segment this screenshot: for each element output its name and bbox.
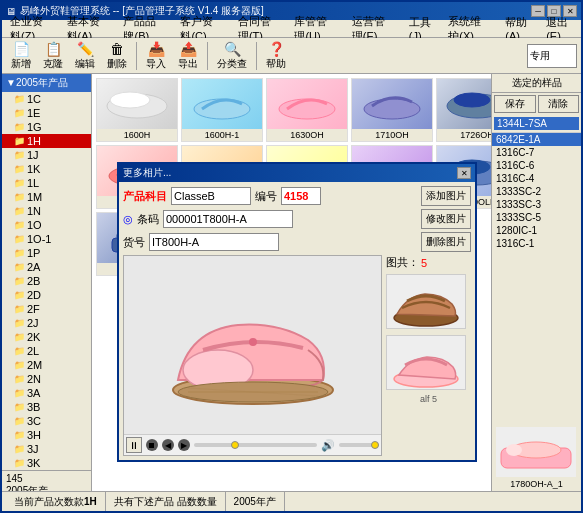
help-button[interactable]: ❓ 帮助 xyxy=(261,38,291,74)
volume-slider[interactable] xyxy=(339,443,379,447)
category-area: 专用 xyxy=(527,44,577,68)
sidebar: ▼2005年产品 📁1C 📁1E 📁1G 📁1H 📁1J 📁1K 📁1L 📁1M… xyxy=(2,74,92,491)
sidebar-item-2j[interactable]: 📁2J xyxy=(2,316,91,330)
right-list-item-1316c4[interactable]: 1316C-4 xyxy=(492,172,581,185)
sidebar-item-1o1[interactable]: 📁1O-1 xyxy=(2,232,91,246)
right-small-image xyxy=(496,427,576,477)
product-1710oh[interactable]: 1710OH xyxy=(351,78,433,142)
volume-handle[interactable] xyxy=(371,441,379,449)
product-1726oh[interactable]: 1726OH xyxy=(436,78,491,142)
import-icon: 📥 xyxy=(146,41,166,57)
sidebar-item-3h[interactable]: 📁3H xyxy=(2,428,91,442)
right-list-item-1333sc2[interactable]: 1333SC-2 xyxy=(492,185,581,198)
export-icon: 📤 xyxy=(178,41,198,57)
product-1600h1[interactable]: 1600H-1 xyxy=(181,78,263,142)
sidebar-item-3j[interactable]: 📁3J xyxy=(2,442,91,456)
toolbar-separator2 xyxy=(207,42,208,70)
next-button[interactable]: ▶ xyxy=(178,439,190,451)
edit-button[interactable]: ✏️ 编辑 xyxy=(70,38,100,74)
stop-button[interactable]: ⏹ xyxy=(146,439,158,451)
sidebar-item-1n[interactable]: 📁1N xyxy=(2,204,91,218)
sidebar-header: ▼2005年产品 xyxy=(2,74,91,92)
right-list-item-1316c7[interactable]: 1316C-7 xyxy=(492,146,581,159)
sidebar-item-2k[interactable]: 📁2K xyxy=(2,330,91,344)
sidebar-item-2n[interactable]: 📁2N xyxy=(2,372,91,386)
right-small-image-label: 1780OH-A_1 xyxy=(494,479,579,489)
sidebar-item-1e[interactable]: 📁1E xyxy=(2,106,91,120)
right-list-header: 1344L-7SA xyxy=(492,115,581,133)
photo-count-area: 图共： 5 xyxy=(386,255,471,270)
sidebar-item-1o[interactable]: 📁1O xyxy=(2,218,91,232)
import-button[interactable]: 📥 导入 xyxy=(141,38,171,74)
right-list-item-1333sc5[interactable]: 1333SC-5 xyxy=(492,211,581,224)
status-item-1: 当前产品次数款 1H xyxy=(6,492,106,511)
modal-more-photos: 更多相片... ✕ 产品科目 ClasseB 编号 4158 添加图片 ◎ 条码… xyxy=(117,162,477,462)
right-panel: 选定的样品 保存 清除 1344L-7SA 6842E-1A 1316C-7 1… xyxy=(491,74,581,491)
filter-button[interactable]: 🔍 分类查 xyxy=(212,38,252,74)
right-panel-buttons: 保存 清除 xyxy=(492,93,581,115)
sidebar-item-2a[interactable]: 📁2A xyxy=(2,260,91,274)
sidebar-item-1p[interactable]: 📁1P xyxy=(2,246,91,260)
photo-count-value: 5 xyxy=(421,257,427,269)
right-panel-list: 6842E-1A 1316C-7 1316C-6 1316C-4 1333SC-… xyxy=(492,133,581,423)
item-label: 货号 xyxy=(123,235,145,250)
delete-button[interactable]: 🗑 删除 xyxy=(102,38,132,74)
class-input[interactable]: ClasseB xyxy=(171,187,251,205)
sidebar-item-2b[interactable]: 📁2B xyxy=(2,274,91,288)
modal-del-buttons: 删除图片 xyxy=(421,232,471,252)
product-1600h[interactable]: 1600H xyxy=(96,78,178,142)
sidebar-item-1k[interactable]: 📁1K xyxy=(2,162,91,176)
modal-row-barcode: ◎ 条码 000001T800H-A 修改图片 xyxy=(123,209,471,229)
menu-bar: 企业资料(Z) 基本资料(A) 产品品牌(B) 客户资料(C) 合同管理(T) … xyxy=(2,20,581,38)
svg-point-20 xyxy=(249,338,257,346)
progress-slider[interactable] xyxy=(194,443,317,447)
sidebar-item-1j[interactable]: 📁1J xyxy=(2,148,91,162)
right-list-item-1280ic1[interactable]: 1280IC-1 xyxy=(492,224,581,237)
progress-handle[interactable] xyxy=(231,441,239,449)
number-input[interactable]: 4158 xyxy=(281,187,321,205)
color-dot: ◎ xyxy=(123,213,133,226)
pause-button[interactable]: ⏸ xyxy=(126,437,142,453)
sidebar-item-1l[interactable]: 📁1L xyxy=(2,176,91,190)
sidebar-item-1h[interactable]: 📁1H xyxy=(2,134,91,148)
modal-row-itemno: 货号 IT800H-A 删除图片 xyxy=(123,232,471,252)
save-sample-button[interactable]: 保存 xyxy=(494,95,536,113)
sidebar-item-3a[interactable]: 📁3A xyxy=(2,386,91,400)
sidebar-item-2f[interactable]: 📁2F xyxy=(2,302,91,316)
add-photo-button[interactable]: 添加图片 xyxy=(421,186,471,206)
modal-content: 产品科目 ClasseB 编号 4158 添加图片 ◎ 条码 000001T80… xyxy=(119,182,475,460)
export-button[interactable]: 📤 导出 xyxy=(173,38,203,74)
main-photo-area: ⏸ ⏹ ◀ ▶ 🔊 xyxy=(123,255,382,456)
clone-button[interactable]: 📋 克隆 xyxy=(38,38,68,74)
product-1630oh[interactable]: 1630OH xyxy=(266,78,348,142)
edit-photo-button[interactable]: 修改图片 xyxy=(421,209,471,229)
sidebar-item-2l[interactable]: 📁2L xyxy=(2,344,91,358)
barcode-input[interactable]: 000001T800H-A xyxy=(163,210,293,228)
category-input[interactable]: 专用 xyxy=(527,44,577,68)
right-list-item-1316c6[interactable]: 1316C-6 xyxy=(492,159,581,172)
sidebar-item-2m[interactable]: 📁2M xyxy=(2,358,91,372)
sidebar-item-1g[interactable]: 📁1G xyxy=(2,120,91,134)
sidebar-item-2d[interactable]: 📁2D xyxy=(2,288,91,302)
delete-photo-button[interactable]: 删除图片 xyxy=(421,232,471,252)
new-button[interactable]: 📄 新增 xyxy=(6,38,36,74)
modal-close-button[interactable]: ✕ xyxy=(457,167,471,179)
modal-img-label: alf 5 xyxy=(386,394,471,404)
status-year: 2005年产 xyxy=(226,492,285,511)
modal-small-photo[interactable] xyxy=(386,274,466,329)
sidebar-item-3k[interactable]: 📁3K xyxy=(2,456,91,470)
right-list-item-1333sc3[interactable]: 1333SC-3 xyxy=(492,198,581,211)
product-label: 产品科目 xyxy=(123,189,167,204)
modal-small-photo2[interactable] xyxy=(386,335,466,390)
sidebar-item-1m[interactable]: 📁1M xyxy=(2,190,91,204)
main-photo-svg xyxy=(158,280,348,410)
sidebar-item-3c[interactable]: 📁3C xyxy=(2,414,91,428)
sidebar-item-3b[interactable]: 📁3B xyxy=(2,400,91,414)
clear-sample-button[interactable]: 清除 xyxy=(538,95,580,113)
right-list-item-1316c1[interactable]: 1316C-1 xyxy=(492,237,581,250)
right-list-item-6842e[interactable]: 6842E-1A xyxy=(492,133,581,146)
modal-edit-buttons: 修改图片 xyxy=(421,209,471,229)
prev-button[interactable]: ◀ xyxy=(162,439,174,451)
item-input[interactable]: IT800H-A xyxy=(149,233,279,251)
sidebar-item-1c[interactable]: 📁1C xyxy=(2,92,91,106)
